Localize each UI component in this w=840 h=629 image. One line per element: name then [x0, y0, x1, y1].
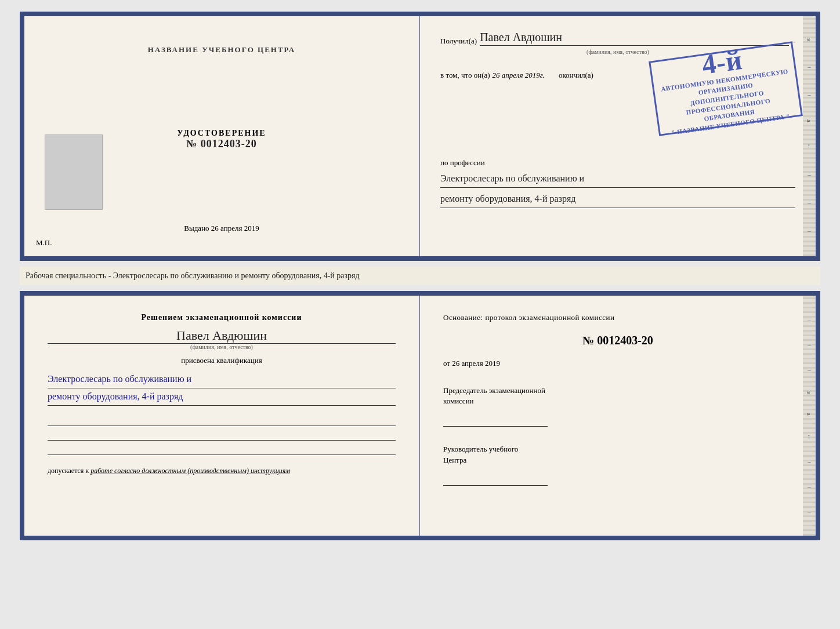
completed-label: окончил(а) [559, 71, 593, 79]
bottom-person-subtitle: (фамилия, имя, отчество) [48, 344, 396, 350]
top-left-panel: НАЗВАНИЕ УЧЕБНОГО ЦЕНТРА УДОСТОВЕРЕНИЕ №… [24, 16, 420, 256]
qualification-value-section: Электрослесарь по обслуживанию и ремонту… [48, 371, 396, 406]
cert-label: УДОСТОВЕРЕНИЕ [177, 129, 266, 138]
completion-date: 26 апреля 2019г. [493, 71, 545, 79]
profession-prefix: по профессии [440, 158, 795, 168]
bottom-person-section: Павел Авдюшин (фамилия, имя, отчество) [48, 328, 396, 350]
middle-text: Рабочая специальность - Электрослесарь п… [20, 267, 820, 285]
profession-value1: Электрослесарь по обслуживанию и [440, 170, 795, 188]
photo-placeholder [45, 134, 103, 210]
allowed-prefix: допускается к [48, 467, 89, 475]
sig-line-2 [48, 429, 396, 441]
bottom-left-panel: Решением экзаменационной комиссии Павел … [24, 296, 420, 536]
signature-lines [48, 415, 396, 455]
bottom-right-panel: Основание: протокол экзаменационной коми… [420, 296, 816, 536]
chairman-section: Председатель экзаменационной комиссии [443, 386, 792, 427]
date-prefix: от [443, 359, 450, 368]
allowed-section: допускается к работе согласно должностны… [48, 467, 396, 475]
issued-date-value: 26 апреля 2019 [211, 224, 259, 232]
mp-label: М.П. [36, 238, 52, 248]
edge-mark-3: ← [806, 143, 813, 150]
in-that-prefix: в том, что он(а) [440, 71, 490, 79]
bottom-right-edge-marks: – – – и а ← – – – [803, 296, 816, 536]
b-edge-mark-dash3: – [808, 366, 811, 373]
edge-mark-dash5: – [808, 227, 811, 234]
director-signature-line [443, 474, 548, 486]
chairman-label1: Председатель экзаменационной [443, 386, 792, 396]
right-edge-marks: и – – а ← – – – [803, 16, 816, 256]
profession-value2: ремонту оборудования, 4-й разряд [440, 191, 795, 208]
stamp-overlay: 4-й АВТОНОМНУЮ НЕКОММЕРЧЕСКУЮ ОРГАНИЗАЦИ… [649, 41, 803, 136]
sig-line-1 [48, 415, 396, 426]
b-edge-mark-2: а [806, 413, 813, 416]
issued-label: Выдано [184, 224, 209, 232]
b-edge-mark-dash2: – [808, 341, 811, 348]
top-right-panel: Получил(а) Павел Авдюшин – (фамилия, имя… [420, 16, 816, 256]
protocol-number: № 0012403-20 [443, 334, 792, 347]
chairman-signature-line [443, 415, 548, 427]
edge-mark-2: а [806, 119, 813, 122]
b-edge-mark-dash5: – [808, 483, 811, 490]
recipient-name: Павел Авдюшин [480, 31, 788, 46]
b-edge-mark-dash4: – [808, 458, 811, 465]
commission-title: Решением экзаменационной комиссии [48, 313, 396, 322]
bottom-document: Решением экзаменационной комиссии Павел … [20, 291, 820, 540]
edge-mark-dash4: – [808, 199, 811, 206]
recipient-line: Получил(а) Павел Авдюшин – [440, 31, 795, 46]
date-value: 26 апреля 2019 [452, 359, 500, 368]
b-edge-mark-1: и [806, 391, 813, 395]
profession-section: по профессии Электрослесарь по обслужива… [440, 158, 795, 208]
qualification-prefix: присвоена квалификация [48, 356, 396, 365]
issued-date: Выдано 26 апреля 2019 [184, 224, 259, 233]
qualification-value1: Электрослесарь по обслуживанию и [48, 371, 396, 388]
bottom-person-name: Павел Авдюшин [48, 328, 396, 344]
b-edge-mark-dash6: – [808, 508, 811, 515]
cert-number: № 0012403-20 [177, 138, 266, 150]
qualification-value2: ремонту оборудования, 4-й разряд [48, 388, 396, 406]
b-edge-mark-3: ← [806, 434, 813, 440]
top-document: НАЗВАНИЕ УЧЕБНОГО ЦЕНТРА УДОСТОВЕРЕНИЕ №… [20, 12, 820, 261]
director-label2: Центра [443, 455, 792, 466]
director-label1: Руководитель учебного [443, 444, 792, 455]
edge-mark-dash1: – [808, 63, 811, 70]
sig-line-3 [48, 443, 396, 455]
chairman-label2: комиссии [443, 396, 792, 406]
training-center-title: НАЗВАНИЕ УЧЕБНОГО ЦЕНТРА [148, 45, 296, 54]
edge-mark-dash2: – [808, 91, 811, 98]
cert-number-section: УДОСТОВЕРЕНИЕ № 0012403-20 [177, 129, 266, 150]
b-edge-mark-dash1: – [808, 317, 811, 323]
edge-mark-dash3: – [808, 171, 811, 178]
recipient-prefix: Получил(а) [440, 37, 477, 46]
edge-mark-1: и [806, 38, 813, 42]
page-container: НАЗВАНИЕ УЧЕБНОГО ЦЕНТРА УДОСТОВЕРЕНИЕ №… [12, 12, 828, 540]
basis-title: Основание: протокол экзаменационной коми… [443, 313, 792, 322]
director-section: Руководитель учебного Центра [443, 444, 792, 485]
allowed-value: работе согласно должностным (производств… [90, 467, 290, 475]
protocol-date: от 26 апреля 2019 [443, 359, 792, 368]
